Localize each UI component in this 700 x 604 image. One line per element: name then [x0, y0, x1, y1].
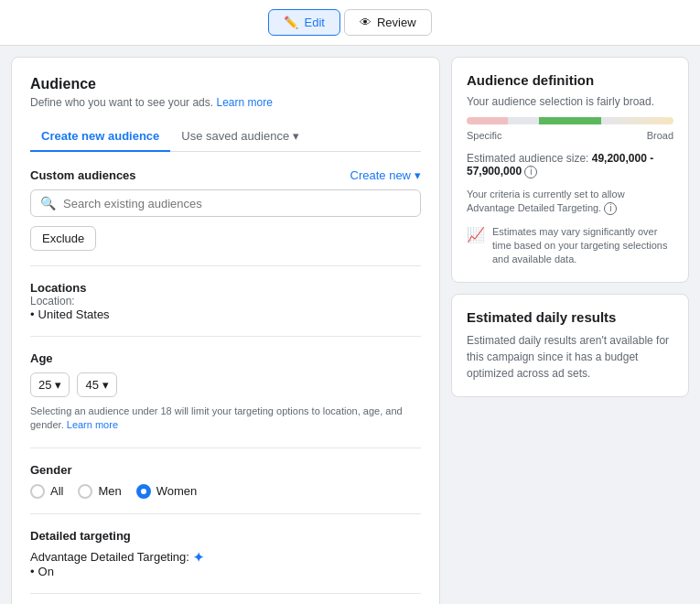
detailed-targeting-label: Detailed targeting: [30, 529, 421, 543]
tab-use-saved-audience[interactable]: Use saved audience ▾: [170, 122, 309, 152]
audience-header: Audience Define who you want to see your…: [30, 76, 421, 109]
age-min-value: 25: [38, 378, 51, 392]
audience-subtitle: Define who you want to see your ads. Lea…: [30, 96, 421, 109]
gender-men[interactable]: Men: [78, 484, 121, 499]
chart-icon: 📈: [467, 225, 485, 267]
audience-title: Audience: [30, 76, 421, 92]
create-new-link[interactable]: Create new ▾: [350, 168, 421, 182]
divider-1: [30, 265, 421, 266]
estimated-daily-results-card: Estimated daily results Estimated daily …: [451, 294, 689, 397]
left-panel: Audience Define who you want to see your…: [11, 57, 440, 604]
edit-button[interactable]: ✏️ Edit: [268, 9, 339, 36]
meter-labels: Specific Broad: [467, 130, 673, 141]
chevron-down-icon: ▾: [293, 129, 299, 143]
age-section: Age 25 ▾ 45 ▾ Selecting an audience unde…: [30, 351, 421, 433]
advantage-value: On: [30, 565, 421, 578]
age-max-select[interactable]: 45 ▾: [77, 372, 116, 397]
custom-audiences-label: Custom audiences: [30, 168, 136, 182]
advantage-note: Your criteria is currently set to allow …: [467, 188, 673, 216]
search-input[interactable]: [63, 197, 411, 210]
edit-label: Edit: [304, 16, 324, 29]
info-icon[interactable]: i: [524, 166, 537, 178]
tab-create-new-audience[interactable]: Create new audience: [30, 122, 170, 152]
top-navigation: ✏️ Edit 👁 Review: [0, 0, 700, 46]
search-audiences-box[interactable]: 🔍: [30, 189, 421, 217]
learn-more-link[interactable]: Learn more: [216, 96, 272, 109]
locations-section: Locations Location: United States: [30, 281, 421, 321]
custom-audiences-section: Custom audiences Create new ▾ 🔍 Exclude: [30, 168, 421, 251]
detailed-targeting-section: Detailed targeting Advantage Detailed Ta…: [30, 529, 421, 578]
age-row: 25 ▾ 45 ▾: [30, 372, 421, 397]
search-icon: 🔍: [40, 196, 56, 210]
specific-label: Specific: [467, 130, 502, 141]
advantage-info-icon[interactable]: i: [604, 202, 617, 215]
broad-label: Broad: [647, 130, 673, 141]
advantage-icon: ✦: [193, 550, 204, 565]
estimate-note: 📈 Estimates may vary significantly over …: [467, 225, 673, 267]
gender-section: Gender All Men Women: [30, 463, 421, 499]
age-learn-more-link[interactable]: Learn more: [67, 419, 118, 430]
age-max-value: 45: [85, 378, 98, 392]
divider-5: [30, 593, 421, 594]
estimated-size: Estimated audience size: 49,200,000 - 57…: [467, 152, 673, 178]
main-layout: Audience Define who you want to see your…: [0, 46, 700, 604]
chevron-down-icon: ▾: [55, 378, 61, 392]
chevron-down-icon: ▾: [415, 168, 421, 182]
review-button[interactable]: 👁 Review: [344, 9, 432, 36]
divider-3: [30, 448, 421, 448]
age-label: Age: [30, 351, 421, 365]
advantage-targeting-row: Advantage Detailed Targeting: ✦: [30, 550, 421, 565]
gender-all[interactable]: All: [30, 484, 63, 499]
gender-label: Gender: [30, 463, 421, 477]
review-label: Review: [377, 16, 416, 29]
audience-meter-bar: [467, 117, 673, 124]
advantage-label: Advantage Detailed Targeting:: [30, 550, 189, 564]
audience-definition-title: Audience definition: [467, 72, 673, 88]
radio-all: [30, 484, 45, 499]
radio-men: [78, 484, 92, 499]
custom-audiences-header: Custom audiences Create new ▾: [30, 168, 421, 182]
locations-label: Locations: [30, 281, 421, 295]
exclude-button[interactable]: Exclude: [30, 226, 96, 251]
subtitle-text: Define who you want to see your ads.: [30, 96, 213, 109]
broadness-text: Your audience selection is fairly broad.: [467, 95, 673, 108]
divider-2: [30, 336, 421, 337]
right-panel: Audience definition Your audience select…: [451, 57, 689, 604]
gender-women[interactable]: Women: [136, 484, 198, 499]
create-new-text: Create new: [350, 168, 411, 182]
age-note: Selecting an audience under 18 will limi…: [30, 404, 421, 433]
divider-4: [30, 513, 421, 514]
chevron-down-icon: ▾: [102, 378, 109, 392]
audience-definition-card: Audience definition Your audience select…: [451, 57, 689, 283]
pencil-icon: ✏️: [284, 16, 298, 29]
audience-tabs: Create new audience Use saved audience ▾: [30, 122, 421, 152]
eye-icon: 👁: [360, 16, 372, 29]
daily-results-text: Estimated daily results aren't available…: [467, 332, 673, 382]
location-key: Location:: [30, 295, 421, 307]
radio-women: [136, 484, 151, 499]
gender-options: All Men Women: [30, 484, 421, 499]
age-min-select[interactable]: 25 ▾: [30, 372, 70, 397]
location-value: United States: [30, 307, 421, 321]
daily-results-title: Estimated daily results: [467, 309, 673, 325]
